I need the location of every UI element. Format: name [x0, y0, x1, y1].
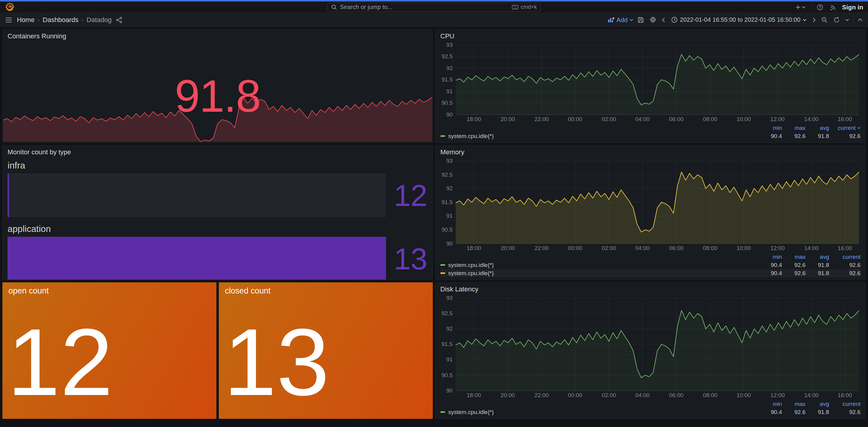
legend-row: system.cpu.idle{*} 90.4 92.6 91.8 92.6 [440, 132, 861, 140]
bar-row: 12 [7, 173, 428, 217]
legend-sort-min[interactable]: min [760, 125, 782, 131]
svg-text:93: 93 [446, 42, 453, 48]
panel-title: Containers Running [3, 30, 433, 41]
legend-sort-max[interactable]: max [784, 254, 806, 260]
svg-text:00:00: 00:00 [568, 245, 582, 251]
help-icon [817, 4, 823, 10]
legend-series-toggle[interactable]: system.cpu.idle{*} [440, 262, 758, 269]
save-dashboard-button[interactable] [636, 16, 645, 25]
svg-text:10:00: 10:00 [736, 116, 751, 122]
panel-title: Memory [435, 146, 865, 157]
svg-text:91.5: 91.5 [441, 199, 453, 205]
bar-gauge: infra 12 application 13 [3, 157, 433, 280]
grafana-logo-icon[interactable] [5, 2, 14, 12]
breadcrumb-home[interactable]: Home [17, 16, 35, 24]
stat-max: 92.6 [784, 270, 806, 277]
cpu-chart[interactable]: 18:0020:0022:0000:0002:0004:0006:0008:00… [435, 41, 865, 124]
legend-sort-avg[interactable]: avg [807, 254, 829, 260]
time-shift-back-button[interactable] [661, 16, 666, 24]
panel-open-count: open count 12 [2, 282, 216, 419]
svg-text:90.5: 90.5 [441, 372, 453, 378]
svg-text:00:00: 00:00 [568, 392, 582, 398]
svg-text:12:00: 12:00 [771, 392, 785, 398]
svg-text:10:00: 10:00 [736, 392, 751, 398]
sign-in-link[interactable]: Sign in [842, 4, 863, 11]
time-shift-forward-button[interactable] [811, 16, 817, 24]
help-button[interactable] [815, 3, 825, 12]
svg-text:04:00: 04:00 [635, 392, 650, 398]
legend-row: system.cpu.idle{*} 90.4 92.6 91.8 92.6 [440, 269, 861, 277]
legend-sort-current[interactable]: current [831, 401, 861, 407]
svg-text:91.5: 91.5 [441, 77, 453, 83]
stat-avg: 91.8 [807, 133, 829, 140]
search-placeholder: Search or jump to... [340, 4, 509, 10]
breadcrumb-separator: › [82, 16, 84, 23]
zoom-out-icon [821, 17, 828, 23]
news-button[interactable] [829, 3, 838, 12]
legend-series-toggle[interactable]: system.cpu.idle{*} [440, 409, 758, 416]
svg-text:06:00: 06:00 [669, 245, 683, 251]
legend-sort-min[interactable]: min [760, 254, 782, 260]
refresh-icon [833, 17, 840, 23]
chevron-up-icon [858, 18, 863, 22]
disk-chart[interactable]: 18:0020:0022:0000:0002:0004:0006:0008:00… [435, 295, 865, 400]
svg-text:08:00: 08:00 [703, 116, 717, 122]
svg-text:18:00: 18:00 [467, 116, 481, 122]
clock-icon [671, 17, 678, 23]
legend-sort-avg[interactable]: avg [807, 401, 829, 407]
svg-text:16:00: 16:00 [838, 245, 852, 251]
chevron-left-icon [662, 18, 665, 22]
share-button[interactable] [115, 16, 124, 25]
chevron-down-icon [845, 19, 849, 21]
legend-sort-current[interactable]: current [831, 125, 861, 131]
divider [811, 4, 811, 10]
search-input[interactable]: Search or jump to... cmd+k [327, 3, 541, 12]
svg-text:20:00: 20:00 [500, 245, 515, 251]
add-panel-button[interactable]: Add [608, 16, 633, 24]
save-icon [638, 17, 644, 23]
time-range-picker[interactable]: 2022-01-04 16:55:00 to 2022-01-05 16:50:… [670, 15, 808, 25]
svg-text:90.5: 90.5 [441, 226, 453, 233]
legend-series-toggle[interactable]: system.cpu.idle{*} [440, 133, 758, 140]
collapse-toolbar-button[interactable] [857, 17, 864, 23]
memory-chart[interactable]: 18:0020:0022:0000:0002:0004:0006:0008:00… [435, 157, 865, 253]
stat-min: 90.4 [760, 409, 782, 416]
bar-row: 13 [7, 237, 428, 280]
legend-sort-min[interactable]: min [760, 401, 782, 407]
open-count-value: 12 [7, 317, 113, 407]
refresh-button[interactable] [832, 16, 841, 25]
breadcrumb-dashboards[interactable]: Dashboards [42, 16, 79, 24]
panel-cpu: CPU 18:0020:0022:0000:0002:0004:0006:000… [435, 29, 866, 143]
stat-min: 90.4 [760, 262, 782, 269]
stat-current: 92.6 [831, 133, 861, 140]
legend-sort-current[interactable]: current [831, 254, 861, 260]
bar-track [7, 173, 386, 217]
svg-text:02:00: 02:00 [602, 392, 616, 398]
containers-sparkline[interactable] [3, 96, 432, 142]
svg-text:20:00: 20:00 [500, 392, 515, 398]
svg-text:91: 91 [446, 213, 453, 219]
svg-text:22:00: 22:00 [534, 245, 549, 251]
new-button[interactable] [794, 3, 807, 11]
dashboard-toolbar: Home › Dashboards › Datadog Add [0, 13, 868, 27]
legend-sort-max[interactable]: max [784, 125, 806, 131]
svg-text:08:00: 08:00 [703, 245, 717, 251]
svg-text:06:00: 06:00 [669, 392, 683, 398]
svg-text:02:00: 02:00 [602, 116, 616, 122]
chevron-down-icon [802, 6, 806, 8]
dashboard-settings-button[interactable] [648, 15, 658, 25]
legend-sort-avg[interactable]: avg [807, 125, 829, 131]
stat-min: 90.4 [760, 133, 782, 140]
legend-row: system.cpu.idle{*} 90.4 92.6 91.8 92.6 [440, 261, 861, 269]
zoom-out-button[interactable] [820, 16, 829, 25]
search-icon [331, 4, 337, 10]
legend-sort-max[interactable]: max [784, 401, 806, 407]
legend-series-toggle[interactable]: system.cpu.idle{*} [440, 270, 758, 277]
breadcrumb: Home › Dashboards › Datadog [17, 16, 112, 24]
bar-label: application [7, 224, 428, 234]
svg-text:92.5: 92.5 [441, 310, 453, 316]
bar-fill [7, 173, 9, 217]
refresh-interval-button[interactable] [844, 18, 850, 22]
menu-button[interactable] [4, 16, 13, 24]
svg-text:14:00: 14:00 [804, 245, 818, 251]
